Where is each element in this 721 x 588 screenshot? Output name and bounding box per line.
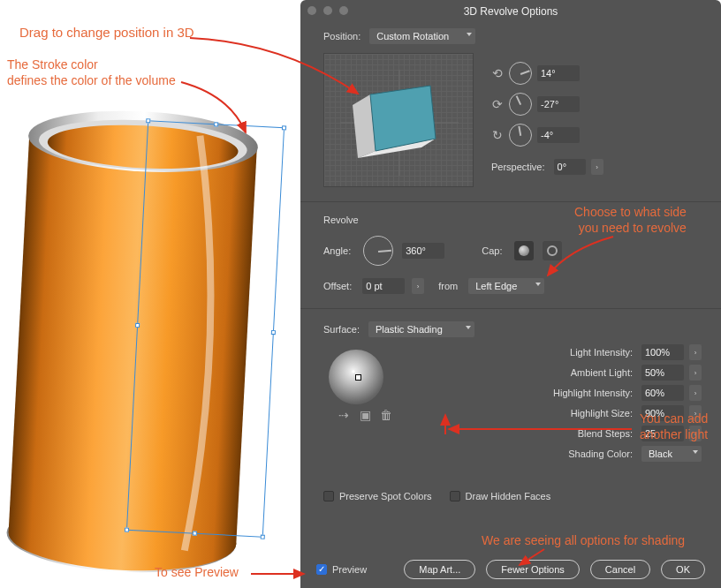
blend-steps-label: Blend Steps:: [535, 428, 633, 439]
rotate-z-field[interactable]: [537, 127, 580, 143]
preview-checkbox[interactable]: [316, 564, 327, 575]
shading-color-label: Shading Color:: [535, 449, 633, 459]
zoom-icon: [339, 6, 348, 15]
ambient-light-label: Ambient Light:: [535, 367, 633, 378]
from-label: from: [438, 281, 458, 291]
move-light-back-icon[interactable]: ⇢: [336, 408, 352, 422]
highlight-intensity-label: Highlight Intensity:: [535, 388, 633, 398]
artboard: [0, 0, 300, 588]
rotate-z-icon: ↻: [491, 129, 504, 141]
new-light-icon[interactable]: ▣: [357, 408, 373, 422]
window-controls[interactable]: [307, 6, 353, 17]
from-edge-dropdown[interactable]: Left Edge: [468, 278, 544, 294]
position-label: Position:: [323, 31, 360, 41]
offset-field[interactable]: [362, 278, 405, 294]
ok-button[interactable]: OK: [661, 560, 705, 579]
draw-hidden-checkbox[interactable]: [450, 491, 460, 501]
preview-label: Preview: [332, 564, 367, 575]
dialog-title: 3D Revolve Options: [300, 0, 721, 21]
blend-steps-stepper[interactable]: ›: [689, 426, 702, 441]
map-art-button[interactable]: Map Art...: [404, 560, 475, 579]
surface-dropdown[interactable]: Plastic Shading: [368, 321, 474, 337]
cap-label: Cap:: [482, 245, 502, 256]
rotate-z-dial[interactable]: [509, 124, 532, 147]
minimize-icon: [323, 6, 332, 15]
cap-on-button[interactable]: [514, 241, 534, 260]
rotate-x-field[interactable]: [537, 65, 580, 81]
draw-hidden-label: Draw Hidden Faces: [466, 491, 551, 501]
highlight-size-field[interactable]: [641, 405, 684, 421]
offset-stepper[interactable]: ›: [412, 278, 424, 294]
light-handle[interactable]: [355, 374, 361, 381]
rotate-y-dial[interactable]: [509, 93, 532, 116]
rotate-x-icon: ⟲: [491, 67, 504, 79]
angle-field[interactable]: [402, 243, 444, 259]
light-intensity-label: Light Intensity:: [535, 347, 633, 358]
light-sphere-preview[interactable]: [329, 350, 383, 404]
3d-revolve-options-dialog: 3D Revolve Options Position: Custom Rota…: [300, 0, 721, 588]
highlight-intensity-field[interactable]: [641, 385, 684, 401]
highlight-size-label: Highlight Size:: [535, 408, 633, 418]
angle-dial[interactable]: [363, 236, 393, 266]
rotate-y-field[interactable]: [537, 96, 580, 112]
highlight-intensity-stepper[interactable]: ›: [689, 385, 702, 401]
cancel-button[interactable]: Cancel: [590, 560, 650, 579]
offset-label: Offset:: [323, 281, 352, 291]
shading-color-dropdown[interactable]: Black: [641, 446, 702, 462]
revolve-heading: Revolve: [323, 215, 698, 225]
highlight-size-stepper[interactable]: ›: [689, 405, 702, 421]
preserve-spot-label: Preserve Spot Colors: [339, 491, 432, 501]
cap-off-button[interactable]: [543, 241, 562, 260]
light-intensity-field[interactable]: [641, 344, 684, 360]
selection-bounding-box[interactable]: [126, 120, 285, 537]
fewer-options-button[interactable]: Fewer Options: [486, 560, 580, 579]
close-icon[interactable]: [307, 6, 316, 15]
rotate-x-dial[interactable]: [509, 62, 532, 85]
ambient-light-stepper[interactable]: ›: [689, 365, 702, 381]
rotation-cube-preview[interactable]: [323, 53, 474, 187]
perspective-label: Perspective:: [491, 162, 545, 172]
perspective-field[interactable]: [554, 159, 586, 175]
position-dropdown[interactable]: Custom Rotation: [369, 28, 475, 44]
preserve-spot-checkbox[interactable]: [323, 491, 334, 501]
delete-light-icon[interactable]: 🗑: [378, 408, 394, 422]
ambient-light-field[interactable]: [641, 365, 684, 381]
light-intensity-stepper[interactable]: ›: [689, 344, 702, 360]
perspective-stepper[interactable]: ›: [591, 159, 603, 175]
angle-label: Angle:: [323, 245, 351, 256]
rotate-y-icon: ⟳: [491, 98, 504, 110]
blend-steps-field[interactable]: [641, 426, 684, 441]
surface-label: Surface:: [323, 324, 360, 335]
